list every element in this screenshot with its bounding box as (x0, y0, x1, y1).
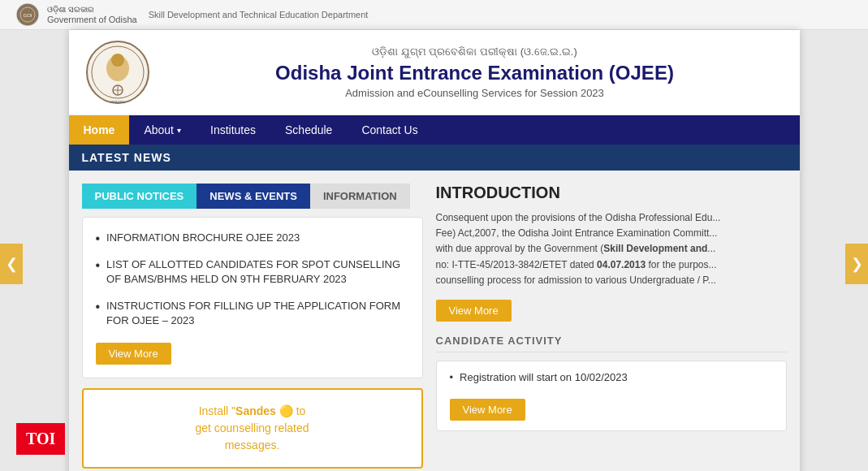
gov-text: ଓଡ଼ିଶା ସରକାର Government of Odisha (47, 5, 137, 24)
gov-logo: GOI (16, 3, 39, 26)
header: ODISHA ଓଡ଼ିଶା ଯୁଗ୍ମ ପ୍ରବେଶିକା ପରୀକ୍ଷା (ଓ… (69, 30, 800, 115)
intro-p3: with due approval by the Government ( (436, 243, 604, 254)
left-panel: PUBLIC NOTICES NEWS & EVENTS INFORMATION… (82, 184, 423, 469)
dept-text: Skill Development and Technical Educatio… (149, 10, 369, 19)
intro-text-block: Consequent upon the provisions of the Od… (436, 210, 787, 288)
right-arrow[interactable]: ❯ (845, 244, 868, 284)
candidate-item-1: • Registration will start on 10/02/2023 (450, 371, 773, 383)
notices-box: • INFORMATION BROCHURE OJEE 2023 • LIST … (82, 217, 423, 378)
intro-view-more-btn[interactable]: View More (436, 300, 512, 322)
sandes-brand: Sandes (235, 404, 276, 417)
notice-text-3: INSTRUCTIONS FOR FILLING UP THE APPLICAT… (106, 299, 408, 328)
intro-bold1: Skill Development and (603, 243, 707, 254)
candidate-text-1: Registration will start on 10/02/2023 (460, 371, 628, 383)
tab-public-notices[interactable]: PUBLIC NOTICES (82, 184, 197, 209)
bullet-2: • (96, 257, 101, 287)
tab-information[interactable]: INFORMATION (310, 184, 410, 209)
notice-item-2: • LIST OF ALLOTTED CANDIDATES FOR SPOT C… (96, 257, 409, 287)
sandes-icon: 🟡 to (276, 404, 305, 417)
notices-view-more-btn[interactable]: View More (96, 343, 171, 365)
notice-tabs: PUBLIC NOTICES NEWS & EVENTS INFORMATION (82, 184, 423, 209)
bullet-1: • (96, 231, 101, 246)
sandes-notification-box: Install "Sandes 🟡 to get counselling rel… (82, 388, 423, 469)
notice-text-1: INFORMATION BROCHURE OJEE 2023 (106, 231, 300, 246)
right-panel: INTRODUCTION Consequent upon the provisi… (436, 184, 787, 469)
sandes-line2: get counselling related (195, 421, 309, 434)
candidate-view-more-btn[interactable]: View More (450, 399, 525, 421)
candidate-activity-title: CANDIDATE ACTIVITY (436, 335, 787, 352)
main-nav: Home About ▾ Institutes Schedule Contact… (69, 115, 800, 145)
nav-contact[interactable]: Contact Us (347, 115, 432, 145)
sandes-text: Install "Sandes 🟡 to get counselling rel… (97, 403, 408, 454)
candidate-bullet: • (450, 371, 454, 383)
svg-point-6 (111, 54, 124, 67)
content-area: PUBLIC NOTICES NEWS & EVENTS INFORMATION… (69, 171, 800, 471)
notice-item-3: • INSTRUCTIONS FOR FILLING UP THE APPLIC… (96, 299, 409, 328)
sandes-line1-before: Install " (199, 404, 235, 417)
nav-schedule[interactable]: Schedule (270, 115, 347, 145)
notice-item-1: • INFORMATION BROCHURE OJEE 2023 (96, 231, 409, 246)
gov-bar: GOI ଓଡ଼ିଶା ସରକାର Government of Odisha Sk… (0, 0, 868, 30)
candidate-activity-section: CANDIDATE ACTIVITY • Registration will s… (436, 335, 787, 431)
bullet-3: • (96, 299, 101, 328)
latest-news-bar: LATEST NEWS (69, 145, 800, 171)
intro-p4: no: I-TTE-45/2013-3842/ETET dated (436, 259, 598, 270)
notice-text-2: LIST OF ALLOTTED CANDIDATES FOR SPOT CUN… (106, 257, 408, 287)
odia-name: ଓଡ଼ିଶା ସରକାର (47, 5, 137, 15)
svg-text:ODISHA: ODISHA (110, 100, 125, 104)
main-wrapper: ODISHA ଓଡ଼ିଶା ଯୁଗ୍ମ ପ୍ରବେଶିକା ପରୀକ୍ଷା (ଓ… (69, 30, 800, 471)
candidate-box: • Registration will start on 10/02/2023 … (436, 361, 787, 431)
latest-news-label: LATEST NEWS (82, 151, 171, 164)
toi-badge: TOI (16, 423, 65, 455)
site-title: Odisha Joint Entrance Examination (OJEE) (166, 62, 784, 85)
sandes-line3: messages. (225, 439, 280, 452)
intro-p6: counselling process for admission to var… (436, 274, 716, 286)
svg-text:GOI: GOI (23, 13, 32, 18)
nav-institutes[interactable]: Institutes (196, 115, 270, 145)
site-subtitle: Admission and eCounselling Services for … (166, 87, 784, 99)
odia-title: ଓଡ଼ିଶା ଯୁଗ୍ମ ପ୍ରବେଶିକା ପରୀକ୍ଷା (ଓ.ଜେ.ଇ.ଇ… (166, 45, 784, 58)
nav-about[interactable]: About ▾ (129, 115, 196, 145)
intro-p1: Consequent upon the provisions of the Od… (436, 212, 721, 223)
intro-p2: Fee) Act,2007, the Odisha Joint Entrance… (436, 227, 718, 239)
intro-title: INTRODUCTION (436, 184, 787, 202)
tab-news-events[interactable]: NEWS & EVENTS (196, 184, 310, 209)
intro-date: 04.07.2013 (597, 259, 646, 270)
left-arrow[interactable]: ❮ (0, 244, 23, 284)
header-text-block: ଓଡ଼ିଶା ଯୁଗ୍ମ ପ୍ରବେଶିକା ପରୀକ୍ଷା (ଓ.ଜେ.ଇ.ଇ… (166, 45, 784, 100)
ojee-logo: ODISHA (85, 40, 150, 105)
english-name: Government of Odisha (47, 15, 137, 24)
intro-p5: for the purpos... (646, 259, 716, 270)
nav-home[interactable]: Home (69, 115, 130, 145)
